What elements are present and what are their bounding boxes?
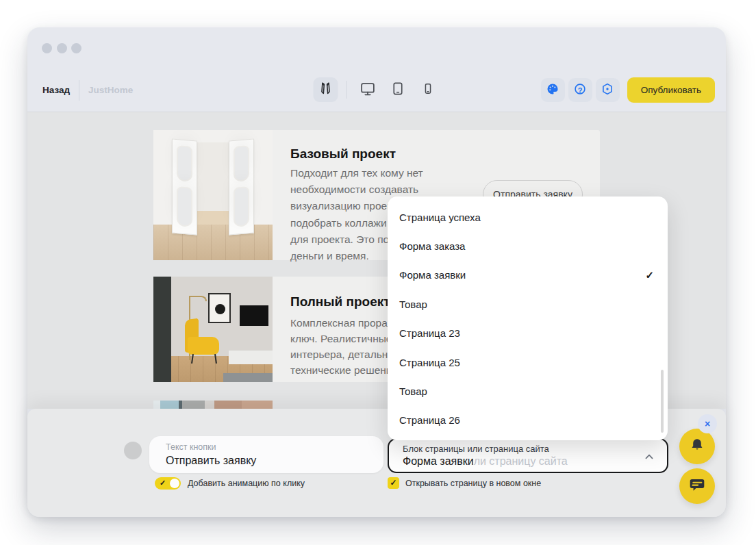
toolbar-divider bbox=[79, 80, 79, 101]
new-window-checkbox-label: Открывать страницу в новом окне bbox=[405, 479, 541, 488]
dropdown-item-label: Страница 23 bbox=[399, 327, 654, 339]
animation-toggle-row: ✓ Добавить анимацию по клику bbox=[155, 477, 305, 490]
chat-bubble-icon bbox=[688, 476, 706, 496]
publish-button[interactable]: Опубликовать bbox=[627, 77, 715, 103]
dropdown-item[interactable]: Товар ✓ bbox=[388, 290, 668, 318]
dropdown-list: Страница успеха ✓ Форма заказа ✓ Форма з… bbox=[388, 203, 668, 435]
bell-icon bbox=[689, 437, 705, 456]
back-button[interactable]: Назад bbox=[42, 85, 70, 95]
button-text-field[interactable]: Текст кнопки Отправить заявку bbox=[149, 436, 383, 473]
dropdown-item-label: Товар bbox=[399, 385, 654, 397]
card-title: Полный проект bbox=[290, 294, 390, 309]
window-dot-2[interactable] bbox=[57, 43, 67, 53]
monitor-icon bbox=[359, 80, 376, 100]
builder-window: Назад JustHome bbox=[27, 27, 726, 517]
toolbar-right: ? Опубликовать bbox=[541, 77, 715, 103]
toggle-check-icon: ✓ bbox=[160, 479, 166, 487]
design-settings-button[interactable] bbox=[541, 78, 565, 102]
screen: Назад JustHome bbox=[0, 0, 756, 545]
toggle-knob bbox=[170, 479, 179, 488]
dropdown-item-label: Страница 26 bbox=[399, 414, 654, 426]
new-window-checkbox-row: ✓ Открывать страницу в новом окне bbox=[388, 477, 541, 489]
notifications-button[interactable] bbox=[679, 429, 715, 464]
mobile-preview-button[interactable] bbox=[416, 77, 440, 102]
dropdown-item-label: Форма заказа bbox=[399, 240, 654, 252]
dropdown-item-label: Страница 25 bbox=[399, 357, 654, 368]
project-name: JustHome bbox=[88, 85, 133, 95]
button-text-value: Отправить заявку bbox=[166, 455, 256, 467]
dropdown-item[interactable]: Товар ✓ bbox=[388, 377, 668, 405]
tablet-icon bbox=[390, 81, 405, 99]
card-image-full bbox=[153, 277, 273, 382]
page-select-value: Форма заявки bbox=[403, 455, 474, 467]
desktop-preview-button[interactable] bbox=[355, 77, 380, 102]
dropdown-item[interactable]: Страница успеха ✓ bbox=[388, 203, 668, 231]
tablet-preview-button[interactable] bbox=[386, 77, 410, 102]
dropdown-item-label: Товар bbox=[399, 299, 654, 310]
new-window-checkbox[interactable]: ✓ bbox=[388, 477, 399, 489]
edit-mode-button[interactable] bbox=[314, 77, 338, 102]
help-button[interactable]: ? bbox=[568, 78, 592, 102]
page-select-label: Блок страницы или страница сайта bbox=[403, 444, 549, 454]
device-divider bbox=[346, 81, 347, 99]
dropdown-item[interactable]: Форма заказа ✓ bbox=[388, 231, 668, 260]
crossed-pencils-icon bbox=[318, 81, 333, 99]
dropdown-scrollbar[interactable] bbox=[661, 370, 664, 433]
palette-icon bbox=[546, 82, 559, 99]
dropdown-item[interactable]: Страница 25 ✓ bbox=[388, 348, 668, 377]
close-widgets-button[interactable]: × bbox=[698, 414, 717, 433]
window-dot-1[interactable] bbox=[42, 43, 52, 53]
card-image-third-sliver bbox=[153, 401, 273, 409]
site-settings-button[interactable] bbox=[596, 78, 620, 102]
device-switcher bbox=[314, 77, 440, 102]
animation-toggle-label: Добавить анимацию по клику bbox=[188, 479, 305, 488]
phone-icon bbox=[421, 82, 434, 98]
checkbox-check-icon: ✓ bbox=[390, 478, 397, 487]
page-select-dropdown: Страница успеха ✓ Форма заказа ✓ Форма з… bbox=[388, 197, 668, 440]
dropdown-item-label: Страница успеха bbox=[399, 212, 654, 223]
checkmark-icon: ✓ bbox=[645, 269, 654, 281]
close-icon: × bbox=[705, 418, 710, 429]
dropdown-item[interactable]: Страница 26 ✓ bbox=[388, 406, 668, 435]
window-dot-3[interactable] bbox=[71, 43, 81, 53]
dropdown-item[interactable]: Форма заявки ✓ bbox=[388, 261, 668, 290]
help-question-glyph: ? bbox=[578, 86, 583, 94]
toolbar-left: Назад JustHome bbox=[42, 77, 133, 103]
page-select-value-row: Форма заявкили страницу сайта bbox=[403, 455, 568, 468]
dropdown-item-label: Форма заявки bbox=[399, 269, 645, 281]
page-select-ghost-text: ли страницу сайта bbox=[474, 455, 568, 467]
chevron-up-icon bbox=[642, 450, 656, 466]
page-select-field[interactable]: Блок страницы или страница сайта Форма з… bbox=[388, 438, 668, 473]
drag-handle[interactable] bbox=[124, 442, 142, 459]
card-image-basic bbox=[153, 130, 273, 260]
card-title: Базовый проект bbox=[290, 147, 396, 162]
dropdown-item[interactable]: Страница 23 ✓ bbox=[388, 319, 668, 348]
hexagon-settings-icon bbox=[601, 82, 614, 99]
chat-button[interactable] bbox=[679, 468, 715, 504]
animation-toggle[interactable]: ✓ bbox=[155, 477, 181, 490]
button-text-label: Текст кнопки bbox=[166, 442, 216, 452]
